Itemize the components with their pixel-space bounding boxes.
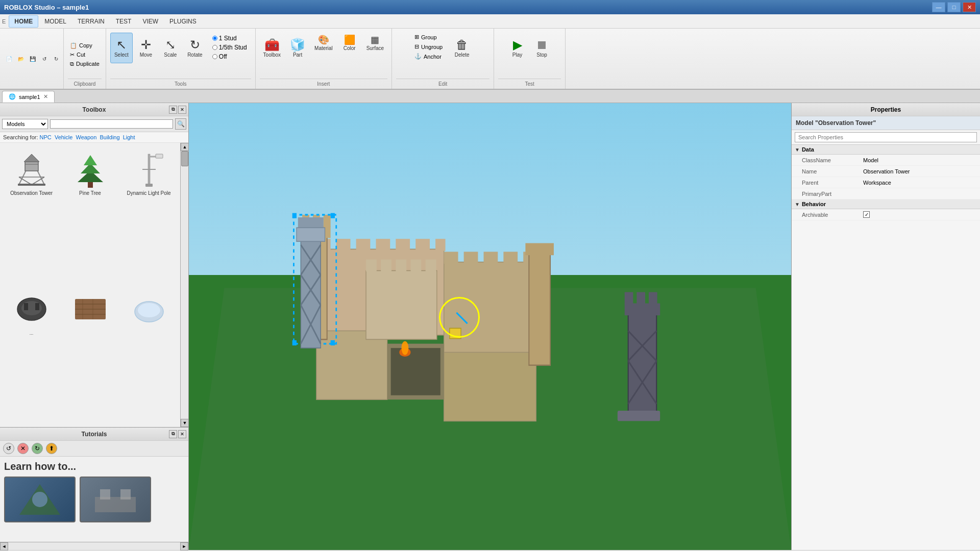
delete-button[interactable]: 🗑 Delete [451,33,473,63]
svg-rect-45 [435,239,445,251]
svg-rect-47 [444,252,458,264]
svg-rect-63 [366,271,437,340]
pine-tree-svg [72,149,108,189]
stop-label: Stop [536,52,547,58]
surface-button[interactable]: ▦ Surface [363,33,387,54]
redo-button[interactable]: ↻ [51,55,61,63]
maximize-button[interactable]: □ [947,2,961,12]
select-button[interactable]: ↖ Select [110,33,133,63]
edit-section: ⊞ Group ⊟ Ungroup ⚓ Anchor 🗑 Delete Edit [392,29,494,89]
toolbox-button[interactable]: 🧰 Toolbox [260,33,284,63]
group-label: Group [421,34,437,40]
tutorial-btn-3[interactable]: ↻ [32,443,43,454]
svg-rect-50 [503,252,518,264]
toolbox-controls: ⧉ ✕ [169,106,186,114]
toolbox-item-wood[interactable] [62,286,118,424]
filter-npc[interactable]: NPC [40,134,52,140]
title-bar: ROBLOX Studio – sample1 — □ ✕ [0,0,980,14]
props-primarypart-row: PrimaryPart [792,188,980,199]
scale-button[interactable]: ⤡ Scale [159,33,182,63]
toolbox-item-observation-tower[interactable]: Observation Tower [3,146,60,284]
dark-item-image [11,289,52,330]
new-button[interactable]: 📄 [4,55,14,63]
move-label: Move [140,52,152,58]
menu-item-test[interactable]: TEST [111,16,137,27]
hscroll-right[interactable]: ► [180,542,188,550]
svg-rect-17 [145,184,153,187]
filter-weapon[interactable]: Weapon [76,134,97,140]
tutorial-btn-4[interactable]: ⬆ [46,443,57,454]
radio-1stud[interactable]: 1 Stud [212,35,247,42]
toolbox-item-dark[interactable]: ... [3,286,60,424]
properties-search-input[interactable] [795,132,977,142]
close-button[interactable]: ✕ [963,2,976,12]
dark-item-label: ... [30,331,34,336]
svg-rect-67 [411,260,422,272]
rotate-button[interactable]: ↻ Rotate [184,33,206,63]
toolbox-search-input[interactable] [50,119,173,129]
stop-button[interactable]: ⏹ Stop [531,33,553,63]
menu-item-model[interactable]: MODEL [39,16,71,27]
toolbox-item-water[interactable] [120,286,177,424]
toolbox-panel: Toolbox ⧉ ✕ Models 🔍 Searching for: NPC … [0,103,188,428]
menu-item-terrain[interactable]: TERRAIN [72,16,110,27]
tutorials-close-button[interactable]: ✕ [178,430,186,438]
undo-button[interactable]: ↺ [39,55,50,63]
tutorials-pin-button[interactable]: ⧉ [169,430,177,438]
tutorial-btn-2[interactable]: ✕ [17,443,29,454]
toolbox-category-select[interactable]: Models [2,119,48,129]
wood-item-image [70,289,111,330]
filter-light[interactable]: Light [123,134,135,140]
toolbox-pin-button[interactable]: ⧉ [169,106,177,114]
toolbox-item-light-pole[interactable]: Dynamic Light Pole [120,146,177,284]
scroll-thumb[interactable] [181,151,188,166]
play-button[interactable]: ▶ Play [506,33,529,63]
color-button[interactable]: 🟧 Color [338,33,361,54]
observation-tower-image [11,148,52,189]
copy-button[interactable]: 📋 Copy [68,41,102,50]
group-button[interactable]: ⊞ Group [412,33,445,41]
tutorial-thumb-1[interactable] [4,477,76,522]
tutorial-thumb-2[interactable] [80,477,151,522]
move-button[interactable]: ✛ Move [135,33,157,63]
tutorial-btn-1[interactable]: ↺ [3,443,14,454]
menu-prefix: E [2,18,6,24]
part-button[interactable]: 🧊 Part [286,33,309,63]
radio-off[interactable]: Off [212,53,247,60]
cut-button[interactable]: ✂ Cut [68,51,102,59]
svg-rect-42 [376,239,390,251]
viewport[interactable] [189,103,791,550]
tutorials-toolbar: ↺ ✕ ↻ ⬆ [0,441,188,457]
svg-rect-87 [625,304,660,316]
scroll-down-arrow[interactable]: ▼ [181,419,188,427]
tools-section: ↖ Select ✛ Move ⤡ Scale ↻ Rotate 1 Stud [106,29,256,89]
anchor-button[interactable]: ⚓ Anchor [412,52,445,61]
ungroup-button[interactable]: ⊟ Ungroup [412,42,445,51]
hscroll-left[interactable]: ◄ [0,542,8,550]
viewport-tab[interactable]: 🌐 sample1 ✕ [2,91,55,103]
minimize-button[interactable]: — [932,2,945,12]
scroll-up-arrow[interactable]: ▲ [181,143,188,151]
svg-rect-64 [366,260,377,272]
data-section-header[interactable]: ▼ Data [792,145,980,155]
duplicate-button[interactable]: ⧉ Duplicate [68,60,102,68]
search-button[interactable]: 🔍 [175,118,186,130]
svg-rect-71 [450,328,461,338]
save-button[interactable]: 💾 [28,55,38,63]
filter-vehicle[interactable]: Vehicle [55,134,72,140]
toolbox-item-pine-tree[interactable]: Pine Tree [62,146,118,284]
open-button[interactable]: 📂 [16,55,26,63]
light-pole-svg [131,149,167,189]
toolbox-scrollbar[interactable]: ▲ ▼ [180,143,188,427]
menu-item-home[interactable]: HOME [9,15,38,28]
material-button[interactable]: 🎨 Material [311,33,336,54]
behavior-section-header[interactable]: ▼ Behavior [792,199,980,209]
toolbox-close-button[interactable]: ✕ [178,106,186,114]
archivable-checkbox[interactable]: ✓ [863,211,870,218]
radio-1-5stud[interactable]: 1/5th Stud [212,44,247,51]
menu-item-plugins[interactable]: PLUGINS [164,16,202,27]
menu-item-view[interactable]: VIEW [137,16,163,27]
filter-building[interactable]: Building [100,134,119,140]
tab-close-button[interactable]: ✕ [43,93,48,100]
props-parent-row: Parent Workspace [792,177,980,188]
